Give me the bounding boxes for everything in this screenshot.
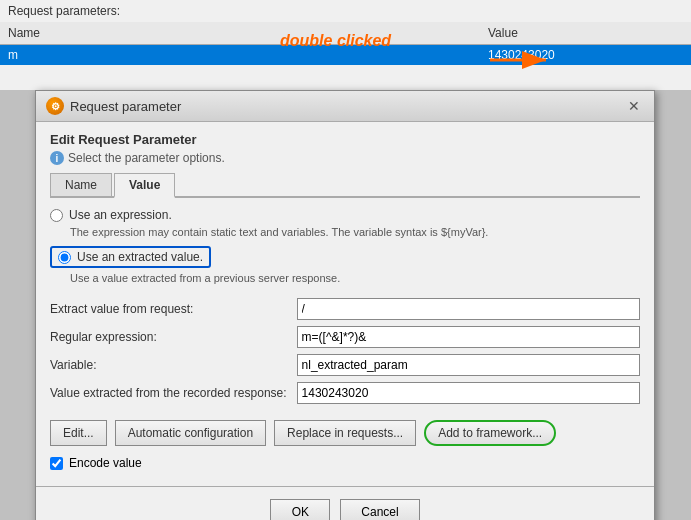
field-label-0: Extract value from request: (50, 298, 297, 320)
field-label-2: Variable: (50, 354, 297, 376)
cancel-button[interactable]: Cancel (340, 499, 419, 520)
add-to-framework-button[interactable]: Add to framework... (424, 420, 556, 446)
edit-button[interactable]: Edit... (50, 420, 107, 446)
field-input-2[interactable] (297, 354, 640, 376)
modal-body: Edit Request Parameter i Select the para… (36, 122, 654, 480)
radio-expression[interactable] (50, 209, 63, 222)
radio-expression-row: Use an expression. (50, 208, 640, 222)
info-icon: i (50, 151, 64, 165)
edit-subtitle: i Select the parameter options. (50, 151, 640, 165)
tab-name[interactable]: Name (50, 173, 112, 196)
col-name-header: Name (8, 26, 488, 40)
radio-extracted-label[interactable]: Use an extracted value. (77, 250, 203, 264)
annotation-text: double clicked (280, 32, 391, 50)
selected-radio-box: Use an extracted value. (50, 246, 211, 268)
modal-titlebar: ⚙ Request parameter ✕ (36, 91, 654, 122)
replace-in-requests-button[interactable]: Replace in requests... (274, 420, 416, 446)
field-input-0[interactable] (297, 298, 640, 320)
field-label-1: Regular expression: (50, 326, 297, 348)
edit-title: Edit Request Parameter (50, 132, 640, 147)
field-input-cell-3 (297, 382, 640, 404)
field-input-cell-0 (297, 298, 640, 320)
radio-extracted-row: Use an extracted value. (50, 246, 640, 268)
encode-label[interactable]: Encode value (69, 456, 142, 470)
field-input-cell-2 (297, 354, 640, 376)
field-row-2: Variable: (50, 354, 640, 376)
radio-expression-desc: The expression may contain static text a… (70, 226, 640, 238)
field-row-1: Regular expression: (50, 326, 640, 348)
titlebar-left: ⚙ Request parameter (46, 97, 181, 115)
annotation-arrow (488, 48, 558, 73)
radio-extracted[interactable] (58, 251, 71, 264)
ok-button[interactable]: OK (270, 499, 330, 520)
action-buttons-row: Edit... Automatic configuration Replace … (50, 420, 640, 446)
tab-value[interactable]: Value (114, 173, 175, 198)
col-value-header: Value (488, 26, 683, 40)
field-row-3: Value extracted from the recorded respon… (50, 382, 640, 404)
encode-checkbox[interactable] (50, 457, 63, 470)
field-row-0: Extract value from request: (50, 298, 640, 320)
tabs-container: Name Value (50, 173, 640, 198)
row-name: m (8, 48, 488, 62)
modal-icon: ⚙ (46, 97, 64, 115)
edit-subtitle-text: Select the parameter options. (68, 151, 225, 165)
modal-title: Request parameter (70, 99, 181, 114)
auto-config-button[interactable]: Automatic configuration (115, 420, 266, 446)
field-input-1[interactable] (297, 326, 640, 348)
radio-expression-label[interactable]: Use an expression. (69, 208, 172, 222)
bottom-buttons: OK Cancel (36, 493, 654, 520)
request-params-label: Request parameters: (0, 0, 691, 22)
form-fields-table: Extract value from request: Regular expr… (50, 292, 640, 410)
request-parameter-dialog: ⚙ Request parameter ✕ Edit Request Param… (35, 90, 655, 520)
close-button[interactable]: ✕ (624, 97, 644, 115)
radio-extracted-desc: Use a value extracted from a previous se… (70, 272, 640, 284)
encode-checkbox-row: Encode value (50, 456, 640, 470)
field-input-3[interactable] (297, 382, 640, 404)
radio-section: Use an expression. The expression may co… (50, 208, 640, 284)
field-input-cell-1 (297, 326, 640, 348)
field-label-3: Value extracted from the recorded respon… (50, 382, 297, 404)
